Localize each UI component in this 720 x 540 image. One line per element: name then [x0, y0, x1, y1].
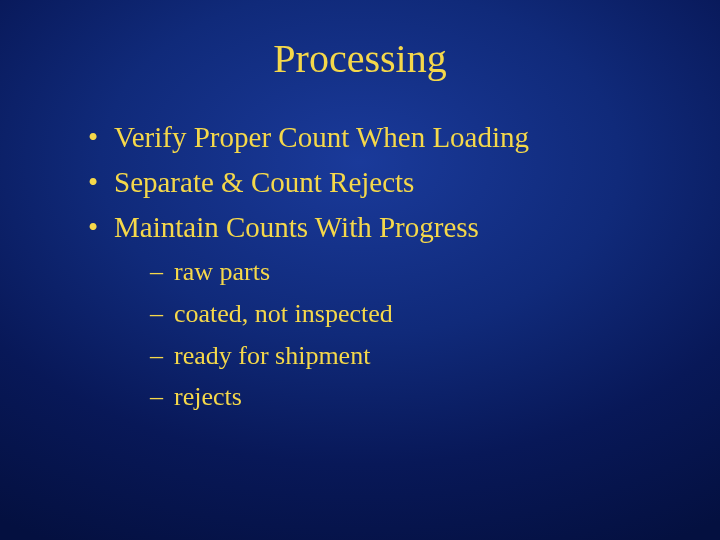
slide-title: Processing	[60, 35, 660, 82]
list-item-label: raw parts	[174, 257, 270, 286]
list-item-label: ready for shipment	[174, 341, 370, 370]
sub-bullet-list: raw parts coated, not inspected ready fo…	[114, 253, 660, 416]
list-item: Separate & Count Rejects	[88, 163, 660, 202]
list-item: rejects	[150, 378, 660, 416]
list-item-label: Verify Proper Count When Loading	[114, 121, 529, 153]
list-item: Maintain Counts With Progress raw parts …	[88, 208, 660, 416]
list-item: raw parts	[150, 253, 660, 291]
slide: Processing Verify Proper Count When Load…	[0, 0, 720, 540]
list-item: Verify Proper Count When Loading	[88, 118, 660, 157]
list-item-label: Maintain Counts With Progress	[114, 211, 479, 243]
list-item: coated, not inspected	[150, 295, 660, 333]
list-item: ready for shipment	[150, 337, 660, 375]
bullet-list: Verify Proper Count When Loading Separat…	[60, 118, 660, 416]
list-item-label: rejects	[174, 382, 242, 411]
list-item-label: Separate & Count Rejects	[114, 166, 414, 198]
list-item-label: coated, not inspected	[174, 299, 393, 328]
